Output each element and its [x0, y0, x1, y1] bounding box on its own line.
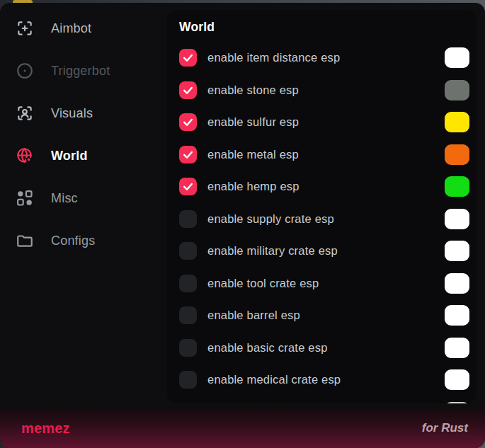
esp-row [179, 396, 477, 404]
sidebar-item-label: Configs [51, 234, 95, 248]
esp-row: enable hemp esp [179, 171, 477, 203]
color-swatch[interactable] [445, 176, 469, 197]
world-settings-panel: World enable item distance espenable sto… [167, 10, 477, 403]
color-swatch[interactable] [445, 402, 469, 403]
esp-row: enable medical crate esp [179, 364, 477, 396]
sidebar-item-visuals[interactable]: Visuals [0, 92, 164, 134]
color-swatch[interactable] [445, 241, 469, 261]
sidebar-item-configs[interactable]: Configs [0, 219, 164, 262]
esp-checkbox[interactable] [179, 275, 197, 292]
sidebar-item-label: Triggerbot [51, 64, 110, 79]
panel-title: World [179, 20, 477, 35]
esp-label: enable metal esp [207, 148, 299, 161]
sidebar-nav: AimbotTriggerbotVisualsWorldMiscConfigs [0, 7, 164, 262]
esp-checkbox[interactable] [179, 242, 197, 260]
visuals-user-scan-icon [16, 104, 34, 122]
color-swatch[interactable] [445, 369, 469, 390]
esp-options-list: enable item distance espenable stone esp… [179, 42, 477, 403]
sidebar-item-aimbot[interactable]: Aimbot [0, 7, 164, 50]
world-globe-icon [16, 147, 34, 165]
triggerbot-circle-dot-icon [16, 62, 34, 80]
esp-row: enable sulfur esp [179, 106, 477, 139]
esp-row: enable stone esp [179, 74, 477, 107]
footer-bar: memez for Rust [0, 408, 485, 448]
esp-label: enable military crate esp [207, 244, 338, 258]
esp-row: enable military crate esp [179, 235, 477, 268]
esp-row: enable supply crate esp [179, 203, 477, 236]
esp-label: enable barrel esp [207, 309, 300, 322]
sidebar-item-label: World [51, 149, 88, 163]
esp-checkbox[interactable] [179, 210, 197, 228]
sidebar-item-label: Aimbot [51, 21, 91, 36]
esp-label: enable tool crate esp [207, 277, 319, 290]
esp-checkbox[interactable] [179, 113, 197, 131]
aimbot-scan-icon [16, 19, 34, 38]
misc-shapes-icon [16, 189, 34, 207]
cheat-menu-window: AimbotTriggerbotVisualsWorldMiscConfigs … [0, 3, 485, 448]
esp-label: enable item distance esp [207, 51, 340, 64]
color-swatch[interactable] [445, 209, 469, 229]
product-tagline: for Rust [422, 421, 468, 435]
color-swatch[interactable] [445, 305, 469, 326]
esp-label: enable medical crate esp [207, 373, 341, 386]
sidebar-item-label: Misc [51, 191, 78, 206]
esp-checkbox[interactable] [179, 81, 197, 99]
esp-checkbox[interactable] [179, 306, 197, 324]
screen: AimbotTriggerbotVisualsWorldMiscConfigs … [0, 0, 485, 448]
esp-label: enable hemp esp [207, 180, 299, 193]
esp-checkbox[interactable] [179, 49, 197, 67]
esp-label: enable sulfur esp [207, 115, 299, 129]
color-swatch[interactable] [445, 47, 469, 68]
esp-row: enable tool crate esp [179, 268, 477, 300]
sidebar-item-label: Visuals [51, 106, 93, 121]
esp-row: enable barrel esp [179, 299, 477, 332]
esp-row: enable basic crate esp [179, 332, 477, 364]
esp-label: enable stone esp [207, 84, 299, 97]
configs-folder-icon [16, 231, 34, 250]
esp-checkbox[interactable] [179, 178, 197, 195]
esp-checkbox[interactable] [179, 339, 197, 357]
color-swatch[interactable] [445, 144, 469, 165]
esp-label: enable basic crate esp [207, 341, 328, 355]
esp-row: enable metal esp [179, 139, 477, 171]
sidebar-item-triggerbot[interactable]: Triggerbot [0, 50, 164, 92]
esp-label: enable supply crate esp [207, 212, 334, 226]
sidebar-item-world[interactable]: World [0, 134, 164, 177]
brand-name: memez [21, 420, 70, 437]
color-swatch[interactable] [445, 338, 469, 358]
esp-row: enable item distance esp [179, 42, 477, 74]
esp-checkbox[interactable] [179, 371, 197, 389]
sidebar-item-misc[interactable]: Misc [0, 177, 164, 219]
color-swatch[interactable] [445, 273, 469, 294]
color-swatch[interactable] [445, 112, 469, 132]
color-swatch[interactable] [445, 80, 469, 100]
esp-checkbox[interactable] [179, 146, 197, 163]
